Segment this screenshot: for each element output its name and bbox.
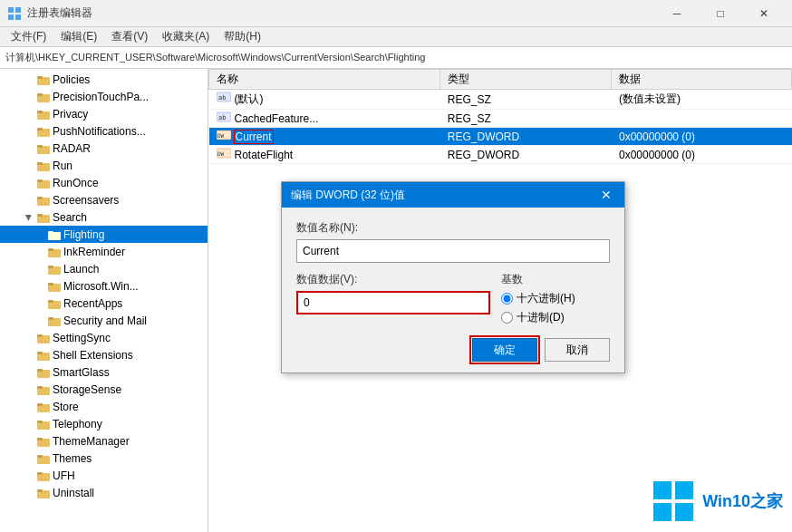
breadcrumb-path: 计算机\HKEY_CURRENT_USER\Software\Microsoft… (5, 51, 425, 64)
tree-item[interactable]: Privacy (0, 105, 208, 122)
folder-icon (36, 176, 51, 190)
cell-name: DW Current (209, 128, 440, 146)
svg-rect-35 (37, 334, 43, 337)
tree-item[interactable]: RunOnce (0, 174, 208, 191)
dialog-close-button[interactable]: ✕ (597, 186, 615, 204)
maximize-button[interactable]: □ (700, 0, 741, 27)
hex-radio[interactable] (501, 293, 513, 305)
menu-item-e[interactable]: 编辑(E) (53, 27, 104, 46)
svg-text:ab: ab (218, 94, 226, 102)
cell-data: 0x00000000 (0) (612, 128, 792, 146)
tree-item-label: InkReminder (63, 246, 125, 258)
data-input[interactable] (296, 291, 490, 314)
folder-icon (36, 434, 51, 449)
menu-item-v[interactable]: 查看(V) (104, 27, 155, 46)
tree-item[interactable]: ThemeManager (0, 432, 208, 450)
tree-item-label: RADAR (53, 142, 91, 155)
tree-item-label: UFH (53, 469, 75, 482)
svg-rect-3 (15, 15, 21, 20)
tree-item[interactable]: Policies (0, 71, 208, 88)
svg-rect-45 (37, 421, 43, 423)
tree-item-label: PushNotifications... (53, 125, 146, 138)
table-row[interactable]: DW CurrentREG_DWORD0x00000000 (0) (209, 128, 792, 146)
table-row[interactable]: ab CachedFeature...REG_SZ (209, 110, 792, 128)
edit-dword-dialog: 编辑 DWORD (32 位)值 ✕ 数值名称(N): 数值数据(V): 基数 … (281, 181, 625, 373)
tree-item-label: Privacy (53, 108, 88, 121)
tree-item-label: Telephony (53, 418, 102, 430)
tree-item[interactable]: Uninstall (0, 484, 208, 501)
svg-rect-13 (37, 145, 43, 148)
tree-item-label: Policies (53, 73, 90, 86)
folder-icon (36, 486, 51, 500)
radio-group: 十六进制(H) 十进制(D) (501, 291, 610, 325)
tree-item-label: SmartGlass (53, 366, 110, 379)
title-bar-left: 注册表编辑器 (7, 5, 92, 21)
value-table: 名称 类型 数据 ab (默认)REG_SZ(数值未设置) ab CachedF… (208, 69, 792, 164)
folder-icon (47, 227, 62, 242)
table-row[interactable]: DW RotateFlightREG_DWORD0x00000000 (0) (209, 146, 792, 164)
reg-dword-icon: DW (217, 148, 231, 159)
base-label: 基数 (501, 272, 610, 287)
tree-item[interactable]: RADAR (0, 140, 208, 157)
dec-radio-label[interactable]: 十进制(D) (501, 310, 610, 325)
tree-item[interactable]: Telephony (0, 415, 208, 432)
menu-item-a[interactable]: 收藏夹(A) (155, 27, 217, 46)
title-bar: 注册表编辑器 ─ □ ✕ (0, 0, 792, 27)
tree-item[interactable]: Security and Mail (0, 312, 208, 329)
folder-icon (36, 193, 51, 208)
breadcrumb: 计算机\HKEY_CURRENT_USER\Software\Microsoft… (0, 47, 792, 69)
tree-item-label: Store (53, 401, 79, 413)
window-title: 注册表编辑器 (27, 5, 92, 21)
app-icon (7, 6, 22, 21)
folder-icon (47, 314, 62, 328)
tree-item[interactable]: Run (0, 157, 208, 174)
tree-item[interactable]: PrecisionTouchPa... (0, 88, 208, 105)
hex-radio-label[interactable]: 十六进制(H) (501, 291, 610, 306)
tree-item-label: Security and Mail (63, 314, 147, 327)
tree-item[interactable]: Launch (0, 260, 208, 277)
minimize-button[interactable]: ─ (656, 0, 698, 27)
folder-icon (36, 73, 51, 87)
folder-icon (36, 90, 51, 104)
svg-rect-31 (48, 300, 53, 303)
svg-rect-29 (48, 283, 53, 285)
svg-text:DW: DW (217, 132, 225, 139)
tree-item[interactable]: Store (0, 398, 208, 415)
tree-item[interactable]: Themes (0, 450, 208, 467)
table-row[interactable]: ab (默认)REG_SZ(数值未设置) (209, 90, 792, 110)
tree-item[interactable]: SmartGlass (0, 363, 208, 381)
name-input[interactable] (296, 239, 610, 263)
menu-item-f[interactable]: 文件(F) (4, 27, 53, 46)
tree-panel: Policies PrecisionTouchPa... Privacy Pus… (0, 69, 208, 532)
cancel-button[interactable]: 取消 (545, 338, 610, 362)
tree-item[interactable]: PushNotifications... (0, 122, 208, 140)
tree-item[interactable]: Shell Extensions (0, 346, 208, 363)
cell-name: ab (默认) (209, 90, 440, 110)
tree-item[interactable]: Microsoft.Win... (0, 277, 208, 295)
svg-rect-7 (37, 93, 43, 96)
close-button[interactable]: ✕ (743, 0, 785, 27)
cell-data (612, 110, 792, 128)
tree-item[interactable]: SettingSync (0, 329, 208, 346)
ok-button[interactable]: 确定 (472, 338, 537, 362)
menu-item-h[interactable]: 帮助(H) (217, 27, 268, 46)
tree-item[interactable]: ▶ Search (0, 208, 208, 226)
folder-icon (36, 159, 51, 173)
tree-item-label: Search (53, 211, 87, 224)
hex-label: 十六进制(H) (517, 291, 575, 306)
tree-item[interactable]: Flighting (0, 226, 208, 243)
folder-icon (47, 279, 62, 294)
tree-item[interactable]: RecentApps (0, 295, 208, 312)
tree-item[interactable]: InkReminder (0, 243, 208, 260)
svg-rect-47 (37, 438, 43, 440)
tree-item[interactable]: StorageSense (0, 381, 208, 398)
tree-item[interactable]: Screensavers (0, 191, 208, 208)
svg-rect-9 (37, 111, 43, 113)
folder-icon (47, 262, 62, 276)
col-type: 类型 (440, 70, 612, 90)
cell-data: (数值未设置) (612, 90, 792, 110)
cell-type: REG_SZ (440, 90, 612, 110)
tree-item[interactable]: UFH (0, 467, 208, 484)
dec-radio[interactable] (501, 312, 513, 324)
svg-rect-43 (37, 403, 43, 406)
